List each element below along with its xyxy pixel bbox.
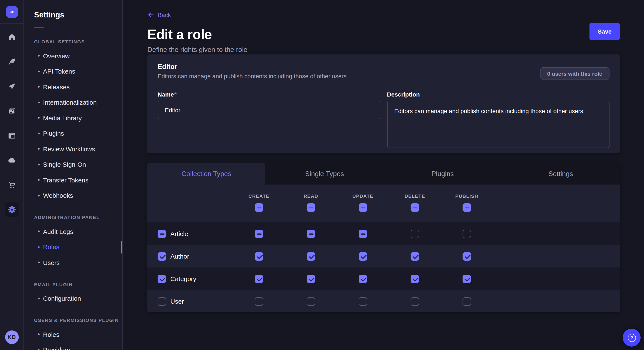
feather-icon[interactable] <box>4 54 19 69</box>
description-field-group: Description <box>387 91 610 150</box>
subnav-divider <box>34 27 44 28</box>
subnav-item-label: Roles <box>43 243 60 251</box>
select-all-publish-checkbox[interactable] <box>462 203 471 212</box>
tab-collection-types[interactable]: Collection Types <box>147 163 266 184</box>
category-delete-checkbox[interactable] <box>410 275 419 283</box>
article-read-checkbox[interactable] <box>307 229 315 238</box>
subnav-item-transfer-tokens[interactable]: Transfer Tokens <box>24 172 122 188</box>
description-field-label: Description <box>387 91 610 98</box>
paper-plane-icon[interactable] <box>4 79 19 94</box>
subnav-item-webhooks[interactable]: Webhooks <box>24 188 122 203</box>
author-update-checkbox[interactable] <box>359 252 367 260</box>
back-link[interactable]: Back <box>147 11 171 18</box>
category-read-checkbox[interactable] <box>307 275 315 283</box>
user-create-checkbox[interactable] <box>255 297 263 306</box>
row-label: Author <box>170 253 189 260</box>
cart-icon[interactable] <box>4 178 19 192</box>
user-delete-checkbox[interactable] <box>410 297 419 306</box>
row-checkbox-author[interactable] <box>158 252 166 260</box>
subnav-item-label: Review Workflows <box>43 146 95 153</box>
column-header-read: READ <box>285 193 337 212</box>
bullet-icon <box>38 246 40 248</box>
section-header-global-settings: GLOBAL SETTINGS <box>34 39 122 44</box>
tab-single-types[interactable]: Single Types <box>266 163 384 184</box>
subnav-item-overview[interactable]: Overview <box>24 48 122 64</box>
author-delete-checkbox[interactable] <box>410 252 419 260</box>
subnav-item-internationalization[interactable]: Internationalization <box>24 95 122 110</box>
strapi-logo-icon[interactable] <box>6 6 18 18</box>
author-read-checkbox[interactable] <box>307 252 315 260</box>
select-all-read-checkbox[interactable] <box>307 203 315 212</box>
tab-plugins[interactable]: Plugins <box>384 163 502 184</box>
article-create-checkbox[interactable] <box>255 229 263 238</box>
select-all-update-checkbox[interactable] <box>359 203 367 212</box>
app-window: KD Settings GLOBAL SETTINGS Overview API… <box>0 0 644 350</box>
bullet-icon <box>38 195 40 196</box>
user-read-checkbox[interactable] <box>307 297 315 306</box>
subnav-item-media-library[interactable]: Media Library <box>24 110 122 126</box>
subnav-item-label: Users <box>43 259 60 266</box>
subnav-item-label: Roles <box>43 331 60 338</box>
save-button[interactable]: Save <box>590 23 620 40</box>
bullet-icon <box>38 102 40 103</box>
user-update-checkbox[interactable] <box>359 297 367 306</box>
subnav-item-configuration[interactable]: Configuration <box>24 291 122 306</box>
author-create-checkbox[interactable] <box>255 252 263 260</box>
subnav-item-providers[interactable]: Providers <box>24 342 122 350</box>
bullet-icon <box>38 334 40 335</box>
category-update-checkbox[interactable] <box>359 275 367 283</box>
bullet-icon <box>38 164 40 166</box>
subnav-item-up-roles[interactable]: Roles <box>24 327 122 342</box>
select-all-create-checkbox[interactable] <box>255 203 263 212</box>
subnav-section-list: Audit Logs Roles Users <box>24 224 122 270</box>
subnav-item-audit-logs[interactable]: Audit Logs <box>24 224 122 239</box>
article-update-checkbox[interactable] <box>359 229 367 238</box>
section-header-users-permissions-plugin: USERS & PERMISSIONS PLUGIN <box>34 318 122 323</box>
row-checkbox-article[interactable] <box>158 229 166 238</box>
category-create-checkbox[interactable] <box>255 275 263 283</box>
page-header: Back Edit a role Define the rights given… <box>147 0 620 54</box>
help-button[interactable]: ? <box>623 329 640 347</box>
bullet-icon <box>38 86 40 88</box>
subnav-item-plugins[interactable]: Plugins <box>24 126 122 141</box>
select-all-delete-checkbox[interactable] <box>410 203 419 212</box>
row-checkbox-category[interactable] <box>158 275 166 283</box>
subnav-section-list: Overview API Tokens Releases Internation… <box>24 48 122 203</box>
subnav-item-users[interactable]: Users <box>24 255 122 270</box>
home-icon[interactable] <box>4 30 19 44</box>
subnav-item-label: Configuration <box>43 295 81 302</box>
cloud-icon[interactable] <box>4 153 19 168</box>
subnav-section-list: Configuration <box>24 291 122 306</box>
subnav-item-roles-active[interactable]: Roles <box>24 239 122 255</box>
subnav-item-review-workflows[interactable]: Review Workflows <box>24 141 122 157</box>
subnav-item-label: Single Sign-On <box>43 161 86 168</box>
tab-settings[interactable]: Settings <box>502 163 620 184</box>
category-publish-checkbox[interactable] <box>462 275 471 283</box>
name-input[interactable] <box>158 101 380 119</box>
permissions-header-row: CREATE READ UPDATE DELETE PUBLISH <box>147 185 620 222</box>
column-header-delete: DELETE <box>389 193 441 212</box>
article-delete-checkbox[interactable] <box>410 229 419 238</box>
article-publish-checkbox[interactable] <box>462 229 471 238</box>
media-library-icon[interactable] <box>4 104 19 118</box>
back-label: Back <box>158 11 171 18</box>
subnav-item-api-tokens[interactable]: API Tokens <box>24 64 122 79</box>
role-form-fields: Name* Description <box>158 91 610 150</box>
description-textarea[interactable] <box>387 101 610 148</box>
content-manager-icon[interactable] <box>4 128 19 143</box>
bullet-icon <box>38 55 40 57</box>
user-avatar[interactable]: KD <box>5 330 18 344</box>
row-checkbox-user[interactable] <box>158 297 166 306</box>
column-header-publish: PUBLISH <box>441 193 493 212</box>
bullet-icon <box>38 117 40 119</box>
users-with-role-badge[interactable]: 0 users with this role <box>540 67 610 80</box>
name-field-label: Name* <box>158 91 380 98</box>
permissions-tabbar: Collection Types Single Types Plugins Se… <box>147 163 620 185</box>
user-publish-checkbox[interactable] <box>462 297 471 306</box>
author-publish-checkbox[interactable] <box>462 252 471 260</box>
gear-icon[interactable] <box>4 202 19 217</box>
subnav-item-label: Providers <box>43 347 70 350</box>
bullet-icon <box>38 231 40 232</box>
subnav-item-single-sign-on[interactable]: Single Sign-On <box>24 157 122 172</box>
subnav-item-releases[interactable]: Releases <box>24 79 122 95</box>
